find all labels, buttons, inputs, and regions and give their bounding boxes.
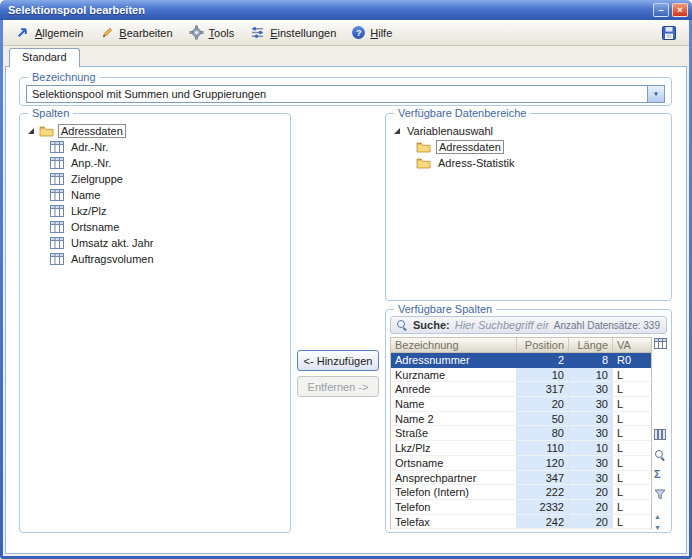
toolbar-tools[interactable]: Tools <box>182 22 242 43</box>
spalten-tree-root[interactable]: Adressdaten <box>28 122 286 139</box>
sliders-icon <box>250 25 265 40</box>
table-row[interactable]: Straße 80 30 L <box>391 426 651 441</box>
dropdown-arrow-icon[interactable]: ▼ <box>647 86 664 102</box>
cell-bezeichnung: Name <box>391 397 517 412</box>
table-field-icon <box>50 205 64 217</box>
table-field-icon <box>50 157 64 169</box>
table-row[interactable]: Name 2 50 30 L <box>391 412 651 427</box>
toolbar-einstellungen-label: Einstellungen <box>270 27 336 39</box>
spalten-item-label: Name <box>69 189 102 201</box>
gear-icon <box>189 25 204 40</box>
group-bezeichnung-title: Bezeichnung <box>28 70 100 84</box>
header-laenge[interactable]: Länge <box>569 338 613 352</box>
bezeichnung-combobox[interactable]: Selektionspool mit Summen und Gruppierun… <box>26 85 665 103</box>
datenbereiche-tree-items: Adressdaten Adress-Statistik <box>394 139 667 171</box>
cell-bezeichnung: Telefon (Intern) <box>391 485 517 500</box>
add-button[interactable]: <- Hinzufügen <box>297 350 379 371</box>
spalten-tree-item[interactable]: Adr.-Nr. <box>28 139 286 155</box>
cell-va: L <box>613 397 651 412</box>
cell-bezeichnung: Name 2 <box>391 412 517 427</box>
cell-position: 317 <box>517 382 569 397</box>
spalten-tree-item[interactable]: Name <box>28 187 286 203</box>
cell-position: 2332 <box>517 500 569 515</box>
table-row[interactable]: Name 20 30 L <box>391 397 651 412</box>
search-input[interactable]: Hier Suchbegriff eingebe <box>455 319 549 331</box>
close-button[interactable]: × <box>672 3 688 17</box>
scroll-up-icon[interactable]: ▲ <box>654 513 661 521</box>
scroll-down-icon[interactable]: ▼ <box>654 524 661 532</box>
tab-standard[interactable]: Standard <box>9 48 80 67</box>
spalten-tree-item[interactable]: Umsatz akt. Jahr <box>28 235 286 251</box>
spalten-tree-item[interactable]: Lkz/Plz <box>28 203 286 219</box>
cell-laenge: 30 <box>569 397 613 412</box>
group-datenbereiche: Verfügbare Datenbereiche Variablenauswah… <box>385 113 672 301</box>
datenbereiche-tree-root[interactable]: Variablenauswahl <box>394 122 667 139</box>
search-bar[interactable]: Suche: Hier Suchbegriff eingebe Anzahl D… <box>390 316 667 334</box>
help-icon: ? <box>352 26 365 39</box>
cell-laenge: 30 <box>569 412 613 427</box>
remove-button[interactable]: Entfernen -> <box>297 376 379 397</box>
toolbar-bearbeiten[interactable]: Bearbeiten <box>92 22 179 43</box>
save-button[interactable] <box>654 22 684 43</box>
toolbar: Allgemein Bearbeiten Tools <box>3 20 689 46</box>
sum-icon[interactable]: Σ <box>654 469 661 480</box>
cell-va: L <box>613 368 651 383</box>
table-field-icon <box>50 189 64 201</box>
toolbar-tools-label: Tools <box>209 27 235 39</box>
cell-laenge: 30 <box>569 382 613 397</box>
cell-laenge: 20 <box>569 500 613 515</box>
pencil-icon <box>99 25 114 40</box>
table-row[interactable]: Ortsname 120 30 L <box>391 456 651 471</box>
toolbar-allgemein[interactable]: Allgemein <box>8 22 90 43</box>
spalten-tree-item[interactable]: Anp.-Nr. <box>28 155 286 171</box>
datenbereiche-tree-item[interactable]: Adressdaten <box>394 139 667 155</box>
datenbereiche-tree-item[interactable]: Adress-Statistik <box>394 155 667 171</box>
save-icon <box>661 25 677 41</box>
column-chooser-icon[interactable] <box>654 338 667 351</box>
table-row[interactable]: Kurzname 10 10 L <box>391 368 651 383</box>
group-spalten-title: Spalten <box>28 106 73 120</box>
group-verfuegbare-spalten: Verfügbare Spalten Suche: Hier Suchbegri… <box>385 309 672 533</box>
minimize-icon: – <box>658 5 663 15</box>
table-row[interactable]: Anrede 317 30 L <box>391 382 651 397</box>
table-row[interactable]: Telefon 2332 20 L <box>391 500 651 515</box>
header-position[interactable]: Position <box>517 338 569 352</box>
datenbereiche-root-label: Variablenauswahl <box>405 125 495 137</box>
cell-laenge: 30 <box>569 426 613 441</box>
cell-laenge: 30 <box>569 471 613 486</box>
header-bezeichnung[interactable]: Bezeichnung <box>391 338 517 352</box>
group-bezeichnung: Bezeichnung Selektionspool mit Summen un… <box>19 77 672 106</box>
spalten-item-label: Ortsname <box>69 221 121 233</box>
cell-position: 50 <box>517 412 569 427</box>
cell-va: R0 <box>613 353 651 368</box>
cell-position: 2 <box>517 353 569 368</box>
expander-icon[interactable] <box>394 128 400 134</box>
minimize-button[interactable]: – <box>653 3 669 17</box>
tabstrip: Standard <box>3 46 689 66</box>
window-title: Selektionspool bearbeiten <box>8 4 650 16</box>
toolbar-einstellungen[interactable]: Einstellungen <box>243 22 343 43</box>
table-row[interactable]: Lkz/Plz 110 10 L <box>391 441 651 456</box>
filter-icon[interactable] <box>654 489 666 502</box>
cell-va: L <box>613 456 651 471</box>
table-row[interactable]: Ansprechpartner 347 30 L <box>391 471 651 486</box>
spalten-tree: Adressdaten A <box>28 122 286 528</box>
group-verfuegbare-spalten-title: Verfügbare Spalten <box>394 302 496 316</box>
table-row[interactable]: Telefon (Intern) 222 20 L <box>391 485 651 500</box>
spalten-tree-item[interactable]: Auftragsvolumen <box>28 251 286 267</box>
toolbar-hilfe[interactable]: ? Hilfe <box>345 22 399 43</box>
cell-position: 347 <box>517 471 569 486</box>
cell-position: 10 <box>517 368 569 383</box>
search-table-icon[interactable] <box>654 449 666 461</box>
table-row[interactable]: Telefax 242 20 L <box>391 515 651 529</box>
table-field-icon <box>50 253 64 265</box>
window-chrome: Allgemein Bearbeiten Tools <box>3 20 689 556</box>
expander-icon[interactable] <box>28 128 34 134</box>
search-icon <box>397 320 408 331</box>
columns-icon[interactable] <box>654 429 666 442</box>
table-row[interactable]: Adressnummer 2 8 R0 <box>391 353 651 368</box>
header-va[interactable]: VA <box>613 338 651 352</box>
arrow-ne-icon <box>15 25 30 40</box>
spalten-tree-item[interactable]: Ortsname <box>28 219 286 235</box>
spalten-tree-item[interactable]: Zielgruppe <box>28 171 286 187</box>
